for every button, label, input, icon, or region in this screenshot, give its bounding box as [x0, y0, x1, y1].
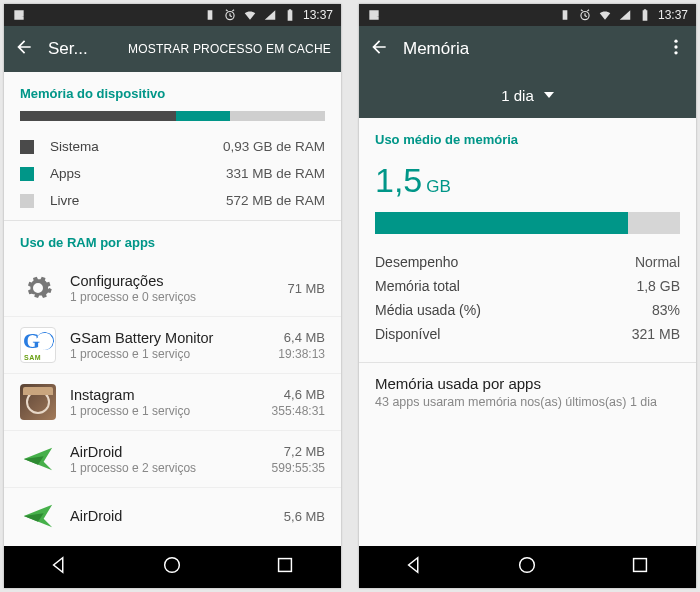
stat-row-total: Memória total 1,8 GB [375, 274, 680, 298]
avg-memory-value: 1,5GB [359, 157, 696, 202]
svg-point-1 [165, 558, 180, 573]
nav-recent-icon[interactable] [274, 554, 296, 580]
nav-home-icon[interactable] [161, 554, 183, 580]
app-row-gsam[interactable]: GSAM GSam Battery Monitor 1 processo e 1… [4, 317, 341, 374]
svg-rect-2 [278, 559, 291, 572]
app-sub: 1 processo e 2 serviços [70, 461, 272, 475]
vibrate-icon [558, 8, 572, 22]
status-time: 13:37 [658, 8, 688, 22]
nav-back-icon[interactable] [49, 554, 71, 580]
app-row-instagram[interactable]: Instagram 1 processo e 1 serviço 4,6 MB … [4, 374, 341, 431]
stat-row-available: Disponível 321 MB [375, 322, 680, 346]
cache-toggle-action[interactable]: MOSTRAR PROCESSO EM CACHE [128, 42, 331, 56]
nav-back-icon[interactable] [404, 554, 426, 580]
stat-value: 321 MB [632, 326, 680, 342]
content-area: Memória do dispositivo Sistema 0,93 GB d… [4, 72, 341, 546]
legend-row-apps: Apps 331 MB de RAM [20, 160, 325, 187]
app-sub: 1 processo e 1 serviço [70, 347, 278, 361]
stat-value: 83% [652, 302, 680, 318]
alarm-icon [223, 8, 237, 22]
app-time-value: 599:55:35 [272, 461, 325, 475]
gsam-icon: GSAM [20, 327, 56, 363]
stat-value: Normal [635, 254, 680, 270]
back-icon[interactable] [14, 37, 34, 61]
memory-legend: Sistema 0,93 GB de RAM Apps 331 MB de RA… [4, 133, 341, 214]
stat-value: 1,8 GB [636, 278, 680, 294]
stat-label: Média usada (%) [375, 302, 481, 318]
app-mem-value: 7,2 MB [272, 444, 325, 459]
avg-value-number: 1,5 [375, 161, 422, 199]
svg-point-7 [520, 558, 535, 573]
avg-value-unit: GB [426, 177, 451, 196]
legend-value: 572 MB de RAM [226, 193, 325, 208]
stat-label: Desempenho [375, 254, 458, 270]
ram-usage-header: Uso de RAM por apps [4, 221, 341, 260]
status-time: 13:37 [303, 8, 333, 22]
instagram-icon [20, 384, 56, 420]
app-mem-value: 5,6 MB [284, 509, 325, 524]
overflow-menu-icon[interactable] [666, 37, 686, 61]
nav-bar [359, 546, 696, 588]
time-range-selector[interactable]: 1 dia [359, 72, 696, 118]
app-bar: Memória [359, 26, 696, 72]
vibrate-icon [203, 8, 217, 22]
picture-icon [12, 8, 26, 22]
memory-by-apps-title: Memória usada por apps [375, 375, 680, 392]
app-name: AirDroid [70, 508, 284, 524]
back-icon[interactable] [369, 37, 389, 61]
svg-point-5 [674, 45, 677, 48]
swatch-free [20, 194, 34, 208]
avg-memory-header: Uso médio de memória [359, 118, 696, 157]
app-bar: Ser... MOSTRAR PROCESSO EM CACHE [4, 26, 341, 72]
app-time-value: 19:38:13 [278, 347, 325, 361]
signal-icon [618, 8, 632, 22]
legend-value: 331 MB de RAM [226, 166, 325, 181]
app-list: Configurações 1 processo e 0 serviços 71… [4, 260, 341, 544]
nav-recent-icon[interactable] [629, 554, 651, 580]
memory-stats: Desempenho Normal Memória total 1,8 GB M… [359, 250, 696, 356]
status-bar: 13:37 [4, 4, 341, 26]
memory-usage-bar [20, 111, 325, 121]
swatch-system [20, 140, 34, 154]
legend-row-system: Sistema 0,93 GB de RAM [20, 133, 325, 160]
svg-point-6 [674, 51, 677, 54]
signal-icon [263, 8, 277, 22]
page-title: Memória [403, 39, 469, 59]
phone-right-memory: 13:37 Memória 1 dia Uso médio de memória… [359, 4, 696, 588]
bar-segment-apps [176, 111, 231, 121]
app-name: AirDroid [70, 444, 272, 460]
app-time-value: 355:48:31 [272, 404, 325, 418]
svg-point-4 [674, 40, 677, 43]
airdroid-icon [20, 441, 56, 477]
bar-segment-system [20, 111, 176, 121]
phone-left-services: 13:37 Ser... MOSTRAR PROCESSO EM CACHE M… [4, 4, 341, 588]
app-sub: 1 processo e 0 serviços [70, 290, 287, 304]
time-range-label: 1 dia [501, 87, 534, 104]
stat-label: Memória total [375, 278, 460, 294]
alarm-icon [578, 8, 592, 22]
stat-row-performance: Desempenho Normal [375, 250, 680, 274]
gear-icon [20, 270, 56, 306]
stat-row-avg: Média usada (%) 83% [375, 298, 680, 322]
app-name: GSam Battery Monitor [70, 330, 278, 346]
nav-home-icon[interactable] [516, 554, 538, 580]
nav-bar [4, 546, 341, 588]
app-row-airdroid[interactable]: AirDroid 1 processo e 2 serviços 7,2 MB … [4, 431, 341, 488]
app-mem-value: 71 MB [287, 281, 325, 296]
content-area: Uso médio de memória 1,5GB Desempenho No… [359, 118, 696, 546]
app-row-airdroid-2[interactable]: AirDroid 5,6 MB [4, 488, 341, 544]
legend-label: Livre [50, 193, 79, 208]
app-row-settings[interactable]: Configurações 1 processo e 0 serviços 71… [4, 260, 341, 317]
device-memory-header: Memória do dispositivo [4, 72, 341, 111]
app-sub: 1 processo e 1 serviço [70, 404, 272, 418]
svg-rect-8 [633, 559, 646, 572]
dropdown-arrow-icon [544, 90, 554, 100]
memory-by-apps-row[interactable]: Memória usada por apps 43 apps usaram me… [359, 362, 696, 421]
status-bar: 13:37 [359, 4, 696, 26]
airdroid-icon [20, 498, 56, 534]
memory-by-apps-sub: 43 apps usaram memória nos(as) últimos(a… [375, 395, 680, 409]
battery-icon [638, 8, 652, 22]
app-name: Instagram [70, 387, 272, 403]
legend-label: Sistema [50, 139, 99, 154]
wifi-icon [243, 8, 257, 22]
